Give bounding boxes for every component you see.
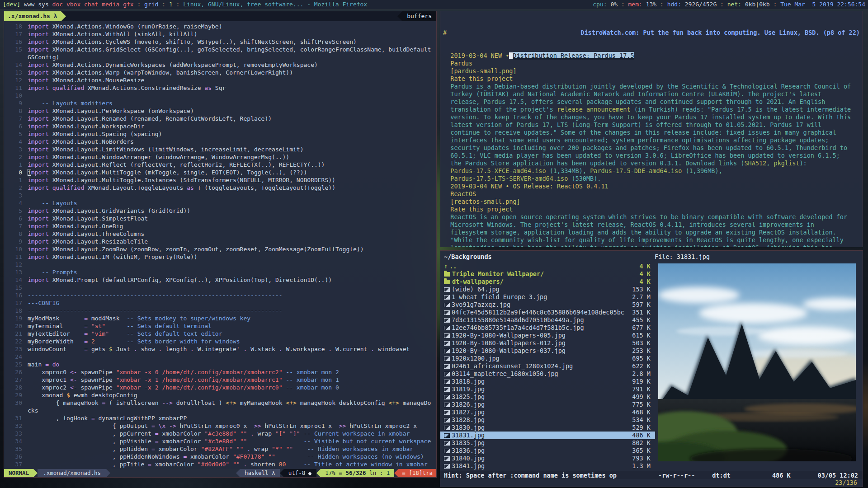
- hyperlink[interactable]: pkglist: [774, 160, 800, 167]
- page-text: the Pardus Store application has been up…: [443, 160, 744, 167]
- xmobar-segment: hdd:: [667, 0, 685, 9]
- powerline-arrow-icon: [280, 469, 284, 477]
- vim-tab-xmonad-hs[interactable]: .x/xmonad.hs λ: [4, 11, 61, 21]
- xmobar-segment: 13%: [646, 0, 656, 9]
- file-row[interactable]: 03114_mapletree_1680x1050.jpg2.8 M: [440, 370, 655, 378]
- page-text: filesystem storage, application loading …: [443, 229, 836, 236]
- image-file-icon: [444, 410, 450, 415]
- file-row[interactable]: 31840.jpg793 K: [440, 455, 655, 462]
- lynx-page-title: DistroWatch.com: Put the fun back into c…: [580, 29, 860, 37]
- code-line: 16import XMonad.Actions.CycleWS (moveTo,…: [4, 38, 436, 46]
- file-manager-commandline[interactable]: 23/136: [440, 479, 863, 487]
- hyperlink[interactable]: release announcement: [557, 106, 631, 113]
- file-row[interactable]: 04fc7e45d58112b2a9fe446c8c635886b694e108…: [440, 309, 655, 316]
- code-line: 17---CONFIG: [4, 299, 436, 307]
- file-row[interactable]: 31819.jpg791 K: [440, 385, 655, 393]
- code-line: 9import XMonad.Layout.ResizableTile: [4, 238, 436, 245]
- page-line: security updates including over 200 pack…: [443, 144, 860, 152]
- page-line: latest version of Pardus 17, LTS (Long-T…: [443, 121, 860, 129]
- file-row[interactable]: 31831.jpg486 K: [440, 432, 655, 439]
- file-manager-window[interactable]: ~/Backgrounds File: 31831.jpg ↑..4 KTrip…: [440, 250, 863, 487]
- code-line: 17import XMonad.Actions.WithAll (sinkAll…: [4, 30, 436, 38]
- code-line: 1import XMonad.Layout.Reflect (reflectVe…: [4, 161, 436, 169]
- file-row[interactable]: 1920-By-1080-Wallpapers-005.jpg615 K: [440, 332, 655, 339]
- workspace-current[interactable]: [dev]: [3, 0, 20, 9]
- hyperlink[interactable]: Pardus-17.5-LTS-SERVER-amd64.iso: [443, 175, 568, 182]
- code-line: 2import qualified XMonad.Layout.ToggleLa…: [4, 184, 436, 192]
- workspaces-hidden[interactable]: doc vbox chat media gfx: [52, 0, 134, 9]
- code-line: 24: [4, 353, 436, 361]
- xmobar-workspaces[interactable]: [dev] www sys doc vbox chat media gfx : …: [0, 0, 367, 9]
- image-file-icon: [444, 364, 450, 369]
- file-row[interactable]: 1920-By-1080-Wallpapers-012.jpg503 K: [440, 339, 655, 347]
- file-row[interactable]: 7d3c13155880e514a8d6d70510be449a.jpg455 …: [440, 316, 655, 324]
- page-text: version. To keep track of the changes, y…: [443, 113, 851, 121]
- file-row[interactable]: 12ee746bb85735f1a7a4cd4d7f581b5c.jpg677 …: [440, 324, 655, 332]
- page-text: longstanding one has been the ability to…: [443, 244, 833, 247]
- page-text: latest version of Pardus 17, LTS (Long-T…: [443, 121, 821, 128]
- page-line: interfaces that some end users encounter…: [443, 136, 860, 144]
- page-text: 2019-03-04 NEW: [443, 52, 505, 59]
- image-file-icon: [444, 295, 450, 300]
- code-line: 21myTextEditor = "vim" -- Sets default t…: [4, 330, 436, 338]
- file-row[interactable]: 31836.jpg365 K: [440, 447, 655, 455]
- xmobar-segment: 0%: [610, 0, 618, 9]
- file-row[interactable]: 31818.jpg919 K: [440, 378, 655, 385]
- xmobar-segment: :: [134, 0, 144, 9]
- image-file-icon: [444, 333, 450, 338]
- lynx-browser-window[interactable]: # DistroWatch.com: Put the fun back into…: [440, 11, 863, 247]
- image-file-icon: [444, 380, 450, 384]
- code-line: 26 xmproc0 <- spawnPipe "xmobar -x 0 /ho…: [4, 368, 436, 376]
- file-row[interactable]: 1 wheat field Europe 3.jpg2.7 M: [440, 293, 655, 301]
- file-row[interactable]: 31828.jpg534 K: [440, 416, 655, 424]
- image-file-icon: [444, 441, 450, 446]
- file-row[interactable]: 31841.jpg1.3 M: [440, 462, 655, 470]
- page-text: 2019-03-04 NEW • OS Release: ReactOS 0.4…: [443, 183, 609, 190]
- file-row[interactable]: dt-wallpapers/4 K: [440, 278, 655, 286]
- code-line: GSConfig): [4, 53, 436, 61]
- file-list[interactable]: ↑..4 KTriple Monitor Wallpaper/4 Kdt-wal…: [440, 263, 655, 470]
- file-row[interactable]: 31826.jpg775 K: [440, 401, 655, 408]
- hyperlink[interactable]: SHA512: [744, 160, 766, 167]
- file-row[interactable]: 3vo91g7azxqz.jpg597 K: [440, 301, 655, 309]
- code-line: 13 -- Prompts: [4, 268, 436, 276]
- lynx-page: # DistroWatch.com: Put the fun back into…: [440, 11, 863, 247]
- window-title: Linux, GNU/Linux, free software... - Moz…: [183, 0, 367, 9]
- file-row[interactable]: (wide) 64.jpg153 K: [440, 286, 655, 293]
- vim-window[interactable]: .x/xmonad.hs λ buffers 18import XMonad.A…: [4, 11, 437, 478]
- page-line: release, Pardus 17.5, offers several pac…: [443, 98, 860, 106]
- vim-filename: .xmonad/xmonad.hs: [38, 469, 106, 477]
- vim-code-area[interactable]: 18import XMonad.Actions.WindowGo (runOrR…: [4, 21, 436, 468]
- file-row[interactable]: 31830.jpg529 K: [440, 424, 655, 432]
- xmobar-segment: 0kb|0kb: [745, 0, 770, 9]
- vim-tabline: .x/xmonad.hs λ buffers: [4, 11, 436, 21]
- file-row[interactable]: 31827.jpg468 K: [440, 408, 655, 416]
- page-line: Turkey (TÜBİTAK) and National Academic N…: [443, 90, 860, 98]
- file-row[interactable]: 02461_africansunset_1280x1024.jpg622 K: [440, 362, 655, 370]
- code-line: 31 , logHook = dynamicLogWithPP xmobarPP: [4, 414, 436, 422]
- hyperlink[interactable]: Distribution Release: Pardus 17.5: [513, 52, 634, 59]
- file-row[interactable]: 31835.jpg802 K: [440, 439, 655, 447]
- file-row[interactable]: 31825.jpg499 K: [440, 393, 655, 401]
- hyperlink[interactable]: Pardus-17.5-DDE-amd64.iso: [590, 167, 682, 174]
- code-line: 5import XMonad.Layout.Spacing (spacing): [4, 130, 436, 138]
- file-row[interactable]: 1920-By-1080-Wallpapers-037.jpg253 K: [440, 347, 655, 355]
- page-line: filesystem storage, application loading …: [443, 229, 860, 236]
- hyperlink[interactable]: Pardus-17.5-XFCE-amd64.iso: [443, 167, 546, 174]
- preview-filename: File: 31831.jpg: [651, 253, 710, 261]
- page-text: translation of the project's: [443, 106, 557, 113]
- workspaces-visible[interactable]: www sys: [20, 0, 52, 9]
- folder-icon: [444, 272, 450, 277]
- file-size: 486 K: [772, 472, 791, 479]
- page-text: security updates including over 200 pack…: [443, 144, 847, 151]
- page-line: longstanding one has been the ability to…: [443, 244, 860, 247]
- xmobar-segment: :: [770, 0, 780, 9]
- page-text: "While the community wish-list for quali…: [443, 236, 844, 244]
- vim-buffers-label[interactable]: buffers: [402, 11, 436, 21]
- page-text: Pardus is a Debian-based distribution jo…: [443, 83, 851, 90]
- file-row[interactable]: 1920x1200.jpg695 K: [440, 355, 655, 362]
- file-row[interactable]: Triple Monitor Wallpaper/4 K: [440, 270, 655, 278]
- code-line: 10import XMonad.Layout.ZoomRow (zoomRow,…: [4, 245, 436, 253]
- xmobar-status-bar: [dev] www sys doc vbox chat media gfx : …: [0, 0, 868, 9]
- file-row[interactable]: ↑..4 K: [440, 263, 655, 270]
